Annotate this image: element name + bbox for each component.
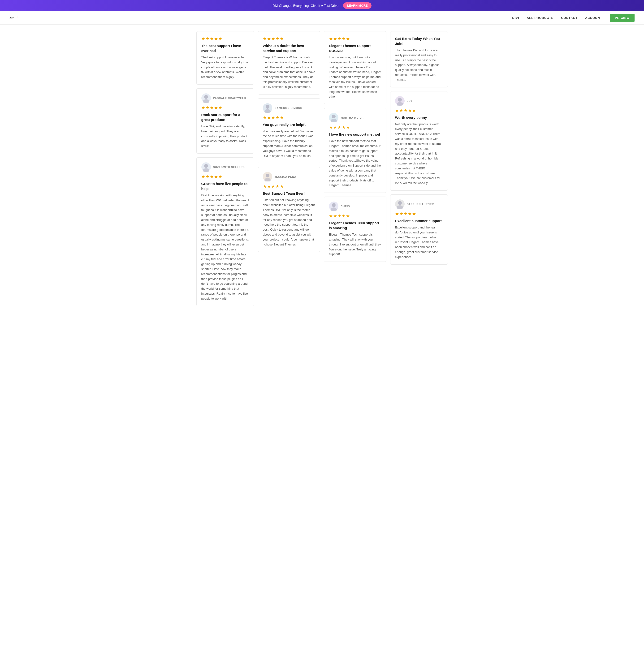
star-rating: ★★★★★ (201, 174, 249, 179)
avatar (201, 162, 211, 172)
review-title: Without a doubt the best service and sup… (263, 43, 315, 53)
star-icon: ★ (263, 36, 267, 41)
star-icon: ★ (263, 184, 267, 189)
reviewer-info: MARTHA MEIER (329, 113, 381, 123)
star-icon: ★ (271, 115, 275, 120)
logo[interactable]: elegant THEMES ✦ (9, 13, 18, 22)
review-column-3: ★★★★★Elegant Themes Support ROCKS!I own … (322, 29, 388, 308)
reviewer-info: JESSICA PENA (263, 172, 315, 182)
review-card: MARTHA MEIER★★★★★I love the new support … (324, 108, 386, 193)
review-card: CHRIS★★★★★Elegant Themes Tech support is… (324, 197, 386, 262)
learn-more-button[interactable]: LEARN MORE (343, 2, 371, 9)
star-icon: ★ (408, 211, 412, 216)
star-icon: ★ (267, 115, 271, 120)
review-title: Rock star support for a great product! (201, 112, 249, 122)
star-icon: ★ (206, 105, 209, 110)
star-icon: ★ (395, 108, 399, 113)
review-card: JOY★★★★★Worth every pennyNot only are th… (390, 91, 448, 191)
review-title: Elegant Themes Support ROCKS! (329, 43, 381, 53)
star-icon: ★ (280, 36, 284, 41)
star-icon: ★ (346, 213, 350, 219)
svg-point-4 (204, 95, 208, 99)
reviewer-name: SUZI SMITH SELLERS (213, 166, 245, 169)
star-icon: ★ (267, 184, 271, 189)
review-title: I love the new support method (329, 132, 381, 137)
review-body: I started out not knowing anything about… (263, 198, 315, 247)
avatar (395, 96, 405, 105)
star-icon: ★ (210, 105, 214, 110)
svg-point-5 (203, 99, 209, 103)
star-icon: ★ (337, 125, 341, 130)
star-rating: ★★★★★ (329, 36, 381, 41)
reviewer-info: JOY (395, 96, 443, 105)
review-title: Elegant Themes Tech support is amazing (329, 220, 381, 230)
star-icon: ★ (395, 211, 399, 216)
svg-point-10 (266, 174, 270, 177)
star-icon: ★ (263, 115, 267, 120)
main-nav: DIVI ALL PRODUCTS CONTACT ACCOUNT PRICIN… (512, 14, 635, 22)
star-icon: ★ (333, 36, 337, 41)
star-rating: ★★★★★ (395, 108, 443, 113)
reviewer-name: JESSICA PENA (275, 175, 296, 178)
nav-account[interactable]: ACCOUNT (585, 16, 602, 20)
star-icon: ★ (408, 108, 412, 113)
star-icon: ★ (342, 125, 345, 130)
star-icon: ★ (342, 36, 345, 41)
pricing-button[interactable]: PRICING (610, 14, 635, 22)
star-icon: ★ (346, 36, 350, 41)
review-title: Excellent customer support (395, 218, 443, 223)
star-rating: ★★★★★ (329, 213, 381, 219)
nav-all-products[interactable]: ALL PRODUCTS (527, 16, 554, 20)
star-icon: ★ (201, 36, 205, 41)
svg-point-13 (331, 119, 337, 123)
star-icon: ★ (412, 108, 416, 113)
avatar (329, 202, 338, 211)
review-body: The best support I have ever had. Very q… (201, 55, 249, 79)
reviewer-name: PASCALE CRAEYVELD (213, 96, 246, 99)
star-icon: ★ (342, 213, 345, 219)
svg-point-17 (397, 102, 403, 105)
star-icon: ★ (210, 36, 214, 41)
svg-point-6 (204, 164, 208, 168)
star-icon: ★ (276, 184, 279, 189)
reviewer-name: CAMERON SIMONS (275, 106, 302, 110)
review-card: Get Extra Today When You Join!The Themes… (390, 31, 448, 87)
star-rating: ★★★★★ (201, 105, 249, 110)
star-icon: ★ (214, 174, 218, 179)
star-icon: ★ (329, 125, 333, 130)
banner-text: Divi Changes Everything. Give It A Test … (273, 4, 339, 8)
header: elegant THEMES ✦ DIVI ALL PRODUCTS CONTA… (0, 11, 644, 25)
avatar (263, 172, 272, 182)
star-icon: ★ (412, 211, 416, 216)
svg-point-7 (203, 168, 209, 172)
star-icon: ★ (329, 213, 333, 219)
star-icon: ★ (276, 36, 279, 41)
star-rating: ★★★★★ (263, 184, 315, 189)
star-icon: ★ (399, 108, 403, 113)
review-column-1: ★★★★★The best support I have ever hadThe… (194, 29, 256, 308)
review-body: Not only are their products worth every … (395, 122, 443, 186)
star-icon: ★ (404, 108, 408, 113)
reviewer-info: CHRIS (329, 202, 381, 211)
review-title: You guys really are helpful (263, 122, 315, 127)
svg-point-16 (398, 98, 402, 101)
review-title: Get Extra Today When You Join! (395, 36, 443, 46)
review-column-2: ★★★★★Without a doubt the best service an… (256, 29, 322, 308)
svg-point-8 (266, 105, 270, 109)
nav-divi[interactable]: DIVI (512, 16, 519, 20)
avatar (263, 103, 272, 113)
review-card: PASCALE CRAEYVELD★★★★★Rock star support … (196, 88, 254, 154)
review-body: You guys really are helpful. You saved m… (263, 129, 315, 159)
review-title: Worth every penny (395, 115, 443, 120)
review-body: Love Divi, and more importantly, love th… (201, 124, 249, 149)
review-body: First time working with anything other t… (201, 193, 249, 301)
star-icon: ★ (404, 211, 408, 216)
svg-point-11 (265, 178, 271, 182)
reviewer-name: MARTHA MEIER (341, 116, 364, 119)
review-card: STEPHEN TURNER★★★★★Excellent customer su… (390, 194, 448, 265)
reviewer-name: CHRIS (341, 205, 350, 208)
svg-point-12 (332, 115, 336, 119)
nav-contact[interactable]: CONTACT (561, 16, 578, 20)
star-rating: ★★★★★ (263, 115, 315, 120)
star-icon: ★ (271, 184, 275, 189)
